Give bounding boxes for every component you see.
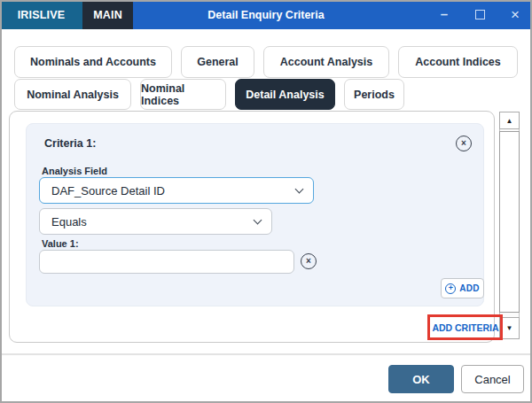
cancel-button[interactable]: Cancel — [461, 365, 524, 393]
operator-select[interactable]: Equals — [39, 208, 272, 235]
criteria-scroll-panel: Criteria 1: × Analysis Field DAF_Source … — [9, 111, 495, 343]
scroll-down-button[interactable]: ▼ — [499, 317, 520, 339]
tab-row-2: Nominal Analysis Nominal Indices Detail … — [14, 79, 404, 110]
remove-criteria-button[interactable]: × — [456, 136, 472, 151]
tab-general[interactable]: General — [181, 46, 254, 78]
scroll-down-arrow-icon: ▼ — [506, 324, 513, 332]
remove-criteria-x-icon: × — [461, 139, 466, 148]
minimize-button[interactable]: – — [433, 4, 456, 27]
tab-account-indices[interactable]: Account Indices — [398, 46, 518, 78]
chevron-down-icon — [295, 184, 304, 193]
ok-button[interactable]: OK — [388, 365, 454, 393]
add-criteria-link[interactable]: ADD CRITERIA — [431, 322, 500, 333]
clear-value-button[interactable]: × — [301, 253, 317, 269]
add-circle-plus-icon: + — [445, 283, 456, 294]
add-button-label: ADD — [459, 283, 479, 293]
footer-divider — [2, 353, 530, 355]
criteria-heading: Criteria 1: — [44, 137, 96, 150]
tab-nominals-and-accounts[interactable]: Nominals and Accounts — [14, 46, 172, 78]
maximize-icon — [475, 10, 485, 19]
clear-value-x-icon: × — [306, 257, 311, 266]
tab-detail-analysis[interactable]: Detail Analysis — [235, 79, 335, 110]
app-badge-main[interactable]: MAIN — [82, 0, 133, 29]
minimize-icon: – — [441, 7, 448, 20]
close-icon: × — [511, 7, 520, 22]
analysis-field-value: DAF_Source Detail ID — [51, 184, 296, 198]
titlebar: IRISLIVE MAIN Detail Enquiry Criteria – … — [0, 0, 532, 29]
close-button[interactable]: × — [504, 4, 527, 27]
add-value-button[interactable]: + ADD — [441, 278, 484, 298]
tab-account-analysis[interactable]: Account Analysis — [263, 46, 389, 78]
operator-value: Equals — [51, 215, 254, 229]
analysis-field-select[interactable]: DAF_Source Detail ID — [39, 177, 314, 204]
scroll-up-button[interactable]: ▲ — [499, 112, 520, 129]
value1-label: Value 1: — [42, 238, 79, 249]
app-badge-irislive[interactable]: IRISLIVE — [0, 0, 82, 29]
chevron-down-icon — [254, 215, 262, 224]
tab-periods[interactable]: Periods — [344, 79, 404, 110]
window-controls: – × — [433, 0, 527, 29]
scrollbar-thumb[interactable] — [499, 131, 520, 313]
detail-enquiry-criteria-dialog: IRISLIVE MAIN Detail Enquiry Criteria – … — [0, 0, 532, 403]
tab-nominal-indices[interactable]: Nominal Indices — [140, 79, 226, 110]
criteria-card: Criteria 1: × Analysis Field DAF_Source … — [26, 123, 484, 306]
tab-nominal-analysis[interactable]: Nominal Analysis — [14, 79, 131, 110]
maximize-button[interactable] — [468, 4, 491, 27]
scroll-up-arrow-icon: ▲ — [506, 117, 513, 125]
vertical-scrollbar[interactable]: ▲ ▼ — [499, 112, 520, 337]
analysis-field-label: Analysis Field — [42, 166, 107, 176]
tab-row-1: Nominals and Accounts General Account An… — [14, 46, 518, 78]
value1-input[interactable] — [39, 250, 294, 274]
